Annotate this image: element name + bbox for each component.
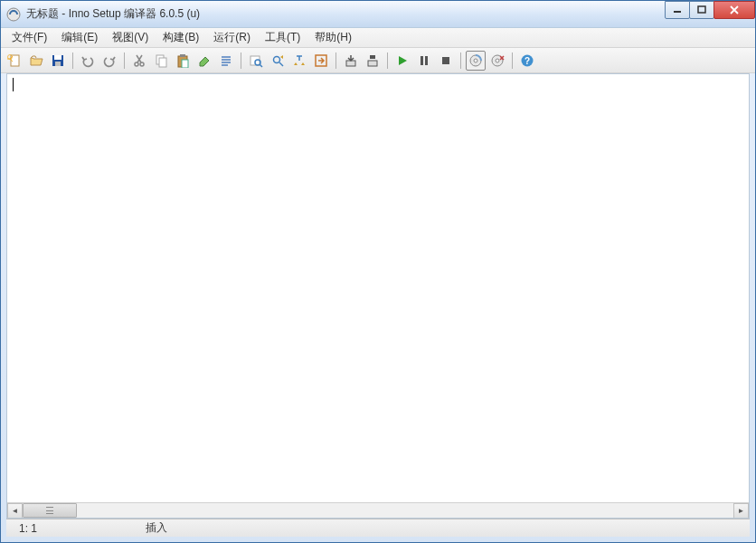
pause-icon <box>417 53 431 68</box>
svg-rect-21 <box>370 55 375 59</box>
svg-rect-23 <box>425 56 428 65</box>
open-icon <box>29 53 43 68</box>
titlebar[interactable]: 无标题 - Inno Setup 编译器 6.0.5 (u) <box>1 1 755 28</box>
app-icon <box>6 7 21 22</box>
menu-help[interactable]: 帮助(H) <box>307 28 359 47</box>
stop-compile-button[interactable] <box>363 51 383 71</box>
separator <box>72 52 73 69</box>
scroll-track[interactable] <box>23 503 733 518</box>
close-button[interactable] <box>713 1 755 19</box>
undo-icon <box>80 53 95 68</box>
scroll-thumb[interactable] <box>23 503 77 518</box>
undo-button[interactable] <box>78 51 98 71</box>
editor-content[interactable] <box>7 74 749 501</box>
editor[interactable]: ◄ ► <box>6 73 750 519</box>
pause-button[interactable] <box>414 51 434 71</box>
lines-icon <box>219 53 233 68</box>
copy-icon <box>154 53 168 68</box>
compile-script-button[interactable] <box>341 51 361 71</box>
menu-edit[interactable]: 编辑(E) <box>54 28 105 47</box>
separator <box>512 52 513 69</box>
svg-rect-22 <box>421 56 423 65</box>
goto-button[interactable] <box>311 51 331 71</box>
run-button[interactable] <box>392 51 412 71</box>
svg-point-17 <box>274 56 280 62</box>
stop-icon <box>439 53 453 68</box>
svg-rect-20 <box>368 61 377 66</box>
save-icon <box>51 53 65 68</box>
compile-button[interactable] <box>289 51 309 71</box>
cd-icon <box>468 53 483 68</box>
box-down-icon <box>344 53 358 68</box>
menu-build[interactable]: 构建(B) <box>156 28 206 47</box>
menu-file[interactable]: 文件(F) <box>5 28 54 47</box>
horizontal-scrollbar[interactable]: ◄ ► <box>7 502 749 518</box>
cd-x-icon <box>490 53 505 68</box>
svg-rect-6 <box>54 55 61 60</box>
svg-point-8 <box>135 62 138 66</box>
menu-view[interactable]: 视图(V) <box>105 28 156 47</box>
cut-button[interactable] <box>129 51 149 71</box>
minimize-button[interactable] <box>665 1 690 19</box>
play-icon <box>395 53 410 68</box>
svg-rect-2 <box>698 6 705 13</box>
separator <box>460 52 461 69</box>
separator <box>335 52 336 69</box>
target-setup-button[interactable] <box>466 51 486 71</box>
scroll-right-button[interactable]: ► <box>733 503 749 519</box>
toolbar: ? <box>1 48 755 73</box>
scroll-left-button[interactable]: ◄ <box>7 503 23 519</box>
goto-icon <box>314 53 328 68</box>
help-button[interactable]: ? <box>517 51 537 71</box>
new-button[interactable] <box>5 51 24 71</box>
replace-button[interactable] <box>268 51 288 71</box>
delete-button[interactable] <box>194 51 214 71</box>
help-icon: ? <box>520 53 534 68</box>
target-uninstall-button[interactable] <box>487 51 507 71</box>
window-title: 无标题 - Inno Setup 编译器 6.0.5 (u) <box>26 6 666 22</box>
svg-rect-14 <box>182 60 188 68</box>
copy-button[interactable] <box>151 51 171 71</box>
cut-icon <box>132 53 146 68</box>
app-window: 无标题 - Inno Setup 编译器 6.0.5 (u) 文件(F) 编辑(… <box>0 0 756 543</box>
find-icon <box>249 53 263 68</box>
window-controls <box>666 1 755 19</box>
find-button[interactable] <box>246 51 266 71</box>
cursor-position: 1: 1 <box>14 522 122 535</box>
redo-icon <box>102 53 117 68</box>
open-button[interactable] <box>26 51 46 71</box>
svg-rect-13 <box>180 54 185 57</box>
gear-arrows-icon <box>292 53 307 68</box>
paste-icon <box>175 53 190 68</box>
svg-rect-7 <box>55 62 61 66</box>
replace-icon <box>270 53 285 68</box>
text-caret <box>13 78 14 91</box>
menu-tools[interactable]: 工具(T) <box>258 28 307 47</box>
menubar: 文件(F) 编辑(E) 视图(V) 构建(B) 运行(R) 工具(T) 帮助(H… <box>1 28 755 48</box>
save-button[interactable] <box>48 51 68 71</box>
redo-button[interactable] <box>99 51 119 71</box>
separator <box>387 52 388 69</box>
select-all-button[interactable] <box>216 51 236 71</box>
paste-button[interactable] <box>173 51 193 71</box>
svg-rect-24 <box>442 57 449 64</box>
separator <box>241 52 241 69</box>
svg-point-28 <box>496 59 499 62</box>
edit-mode: 插入 <box>140 520 173 536</box>
box-stop-icon <box>365 53 380 68</box>
stop-button[interactable] <box>436 51 456 71</box>
eraser-icon <box>197 53 212 68</box>
svg-rect-1 <box>674 11 681 13</box>
new-icon <box>7 53 22 68</box>
separator <box>124 52 125 69</box>
menu-run[interactable]: 运行(R) <box>206 28 258 47</box>
svg-text:?: ? <box>524 56 530 66</box>
svg-point-9 <box>140 62 144 66</box>
maximize-button[interactable] <box>689 1 714 19</box>
statusbar: 1: 1 插入 <box>6 519 750 537</box>
svg-rect-11 <box>159 58 166 67</box>
svg-point-26 <box>474 59 477 62</box>
